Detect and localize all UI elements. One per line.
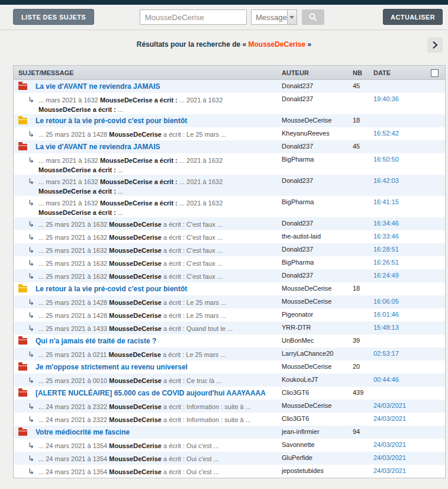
message-excerpt[interactable]: ... 24 mars 2021 à 2322 MousseDeCerise a… [38, 402, 251, 411]
date-link[interactable]: 24/03/2021 [373, 454, 406, 461]
column-header-author[interactable]: AUTEUR [282, 69, 353, 76]
reply-arrow-icon: ↳ [28, 95, 38, 104]
date-link[interactable]: 16:41:15 [373, 198, 399, 205]
message-excerpt[interactable]: ... 25 mars 2021 à 1428 MousseDeCerise a… [38, 311, 226, 320]
date-link[interactable]: 24/03/2021 [373, 402, 406, 409]
subject-cell: ↳... 25 mars 2021 à 1632 MousseDeCerise … [14, 269, 282, 281]
date-link[interactable]: 16:28:51 [373, 246, 399, 253]
row-check-cell [431, 321, 445, 324]
date-link[interactable]: 15:48:13 [373, 324, 399, 331]
select-all-checkbox[interactable] [431, 69, 439, 77]
author-cell: BigPharma [282, 196, 353, 205]
next-page-button[interactable] [427, 37, 443, 53]
message-excerpt[interactable]: ... mars 2021 à 1632 MousseDeCerise a éc… [38, 198, 223, 217]
topic-title-link[interactable]: La vie d'AVANT ne reviendra JAMAIS [36, 143, 160, 151]
message-excerpt[interactable]: ... 25 mars 2021 à 1428 MousseDeCerise a… [38, 130, 226, 139]
message-excerpt[interactable]: ... mars 2021 à 1632 MousseDeCerise a éc… [38, 95, 223, 114]
message-excerpt[interactable]: ... 25 mars 2021 à 1632 MousseDeCerise a… [38, 272, 223, 281]
row-check-cell [431, 175, 445, 177]
nb-cell: 94 [353, 426, 373, 435]
results-title-prefix: Résultats pour la recherche de « [137, 40, 249, 49]
search-button[interactable] [302, 9, 324, 25]
topic-title-link[interactable]: [ALERTE NUCLÉAIRE] 65.000 cas de COVID a… [36, 390, 266, 397]
author-cell: the-autist-laid [282, 230, 353, 240]
date-link[interactable]: 16:26:51 [373, 259, 399, 266]
message-row: ↳... 25 mars 2021 à 1433 MousseDeCerise … [14, 321, 445, 334]
subject-cell: ↳... 25 mars 2021 à 1428 MousseDeCerise … [14, 308, 282, 320]
message-row: ↳... mars 2021 à 1632 MousseDeCerise a é… [14, 196, 445, 217]
date-link[interactable]: 16:06:05 [373, 298, 399, 305]
topic-title-link[interactable]: Le retour à la vie pré-covid c'est pour … [36, 285, 187, 293]
subject-cell: ↳... 24 mars 2021 à 2322 MousseDeCerise … [14, 400, 282, 411]
message-excerpt[interactable]: ... 24 mars 2021 à 1354 MousseDeCerise a… [38, 441, 219, 451]
message-excerpt[interactable]: ... 25 mars 2021 à 1433 MousseDeCerise a… [38, 324, 233, 333]
date-link[interactable]: 16:34:46 [373, 220, 399, 227]
date-link[interactable]: 24/03/2021 [373, 415, 406, 422]
topic-title-link[interactable]: Qui n'a jamais été traité de raciste ? [36, 337, 156, 345]
date-link[interactable]: 16:01:46 [373, 311, 399, 318]
date-link[interactable]: 16:52:42 [373, 130, 399, 137]
date-cell: 16:52:42 [373, 127, 431, 137]
topics-list-button[interactable]: LISTE DES SUJETS [13, 9, 94, 25]
message-excerpt[interactable]: ... 24 mars 2021 à 2322 MousseDeCerise a… [38, 415, 251, 424]
column-header-nb[interactable]: NB [353, 69, 373, 76]
nb-cell [353, 269, 373, 272]
author-cell: LarryLaChance20 [282, 348, 353, 357]
date-link[interactable]: 16:33:46 [373, 233, 399, 240]
message-line: MousseDeCerise a écrit : ... [38, 165, 223, 175]
message-excerpt[interactable]: ... 25 mars 2021 à 1428 MousseDeCerise a… [38, 298, 226, 307]
message-row: ↳... 24 mars 2021 à 1354 MousseDeCerise … [14, 465, 445, 478]
topic-title-link[interactable]: Je m'oppose strictement au revenu univer… [36, 363, 188, 371]
message-excerpt[interactable]: ... 25 mars 2021 à 1632 MousseDeCerise a… [38, 246, 223, 255]
message-row: ↳... 25 mars 2021 à 1428 MousseDeCerise … [14, 295, 445, 308]
date-cell: 24/03/2021 [373, 452, 431, 461]
message-line: ... 25 mars 2021 à 1632 MousseDeCerise a… [38, 220, 223, 229]
date-cell: 24/03/2021 [373, 400, 431, 409]
row-check-cell [431, 334, 445, 337]
message-line: ... 25 mars 2021 à 1632 MousseDeCerise a… [38, 272, 223, 281]
folder-red-icon [18, 338, 27, 345]
folder-yellow-icon [18, 286, 27, 292]
message-excerpt[interactable]: ... 25 mars 2021 à 1632 MousseDeCerise a… [38, 233, 223, 242]
subject-cell: Je m'oppose strictement au revenu univer… [14, 361, 282, 371]
topic-title-link[interactable]: Votre médiocrité me fascine [36, 429, 130, 436]
message-excerpt[interactable]: ... 24 mars 2021 à 1354 MousseDeCerise a… [38, 454, 219, 464]
folder-red-icon [18, 144, 27, 150]
row-check-cell [431, 243, 445, 246]
reply-arrow-icon: ↳ [28, 130, 38, 139]
message-excerpt[interactable]: ... mars 2021 à 1632 MousseDeCerise a éc… [38, 156, 223, 175]
message-excerpt[interactable]: ... 24 mars 2021 à 1354 MousseDeCerise a… [38, 467, 219, 477]
search-type-select[interactable]: Message [251, 9, 297, 25]
row-check-cell [431, 256, 445, 259]
refresh-button[interactable]: ACTUALISER [383, 9, 443, 25]
date-cell: 16:28:51 [373, 243, 431, 253]
date-link[interactable]: 16:50:50 [373, 156, 399, 163]
date-cell: 02:53:17 [373, 348, 431, 357]
date-link[interactable]: 02:53:17 [373, 350, 399, 357]
date-link[interactable]: 24/03/2021 [373, 441, 406, 448]
date-link[interactable]: 16:24:49 [373, 272, 399, 279]
subject-cell: ↳... 25 mars 2021 à 0211 MousseDeCerise … [14, 348, 282, 359]
message-excerpt[interactable]: ... 25 mars 2021 à 1632 MousseDeCerise a… [38, 220, 223, 229]
message-excerpt[interactable]: ... 25 mars 2021 à 0211 MousseDeCerise a… [38, 350, 226, 359]
date-link[interactable]: 00:44:46 [373, 376, 399, 383]
column-header-date[interactable]: DATE [373, 69, 431, 76]
date-link[interactable]: 24/03/2021 [373, 467, 406, 474]
author-cell: MousseDeCerise [282, 295, 353, 305]
date-cell [373, 387, 431, 389]
message-line: MousseDeCerise a écrit : ... [38, 208, 223, 217]
column-header-subject[interactable]: SUJET/MESSAGE [14, 69, 282, 76]
message-excerpt[interactable]: ... mars 2021 à 1632 MousseDeCerise a éc… [38, 177, 223, 196]
message-excerpt[interactable]: ... 25 mars 2021 à 0010 MousseDeCerise a… [38, 376, 221, 385]
topic-row: La vie d'AVANT ne reviendra JAMAISDonald… [14, 80, 445, 93]
date-link[interactable]: 16:42:03 [373, 177, 399, 184]
topic-title-link[interactable]: Le retour à la vie pré-covid c'est pour … [36, 117, 187, 125]
date-link[interactable]: 19:40:36 [373, 95, 399, 102]
message-excerpt[interactable]: ... 25 mars 2021 à 1632 MousseDeCerise a… [38, 259, 223, 268]
topic-title-link[interactable]: La vie d'AVANT ne reviendra JAMAIS [36, 83, 160, 91]
date-cell: 24/03/2021 [373, 413, 431, 422]
results-title: Résultats pour la recherche de « MousseD… [0, 30, 448, 49]
reply-arrow-icon: ↳ [28, 259, 38, 268]
search-input[interactable] [140, 9, 247, 25]
date-cell [373, 282, 431, 285]
